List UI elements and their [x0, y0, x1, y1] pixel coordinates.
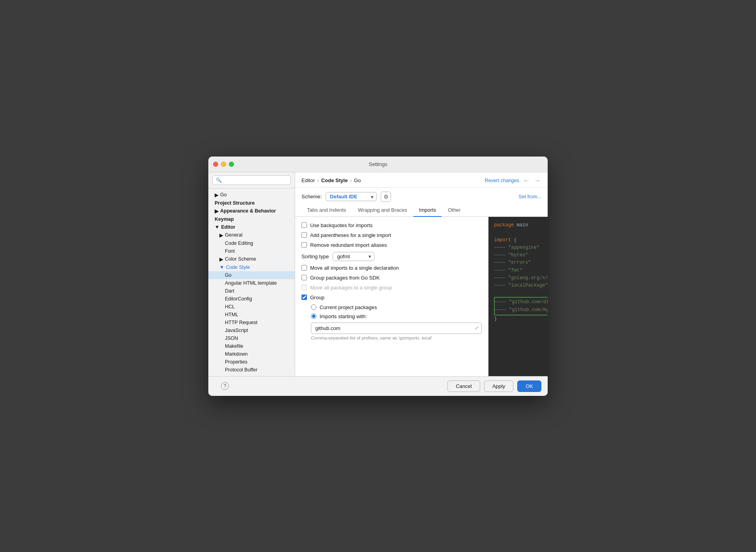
sidebar-item-http-request[interactable]: HTTP Request: [208, 319, 295, 326]
code-line-blank1: [494, 229, 542, 237]
hint-text: Comma-separated list of prefixes, same a…: [301, 336, 482, 340]
sidebar-item-html[interactable]: HTML: [208, 311, 295, 319]
apply-button[interactable]: Apply: [484, 380, 514, 392]
sidebar-item-code-editing[interactable]: Code Editing: [208, 239, 295, 247]
scheme-select[interactable]: Default IDE: [326, 192, 377, 201]
sidebar-tree: ▶ Go Project Structure ▶ Appearance & Be…: [208, 188, 295, 376]
move-all-imports-row: Move all imports to a single declaration: [301, 265, 482, 271]
set-from-link[interactable]: Set from...: [518, 194, 541, 200]
maximize-button[interactable]: [229, 162, 234, 167]
search-input[interactable]: [212, 175, 291, 185]
tab-imports[interactable]: Imports: [414, 204, 442, 217]
move-all-packages-checkbox[interactable]: [301, 285, 307, 290]
sidebar-item-code-style[interactable]: ▼ Code Style: [208, 263, 295, 271]
group-checkbox[interactable]: [301, 295, 307, 300]
move-all-packages-row: Move all packages to a single group: [301, 285, 482, 291]
prefix-input[interactable]: [311, 323, 482, 334]
breadcrumb-code-style: Code Style: [321, 177, 348, 183]
code-line-import: import (: [494, 237, 542, 244]
sidebar-item-go-lang[interactable]: Go: [208, 271, 295, 279]
go-arrow-icon: ▶: [215, 192, 219, 198]
code-indent-2: ────: [494, 252, 505, 259]
cs-arrow-icon: ▶: [219, 256, 223, 262]
scheme-label: Scheme:: [301, 194, 322, 200]
search-bar: [208, 172, 295, 188]
sidebar-item-javascript[interactable]: JavaScript: [208, 326, 295, 334]
breadcrumb-bar: Editor › Code Style › Go Revert changes …: [295, 172, 548, 188]
sidebar: ▶ Go Project Structure ▶ Appearance & Be…: [208, 172, 295, 376]
remove-redundant-row: Remove redundant import aliases: [301, 242, 482, 248]
sidebar-item-font[interactable]: Font: [208, 247, 295, 255]
traffic-lights: [213, 162, 234, 167]
breadcrumb: Editor › Code Style › Go: [301, 177, 361, 183]
sidebar-item-protocol-buffer[interactable]: Protocol Buffer: [208, 366, 295, 374]
sidebar-item-hcl[interactable]: HCL: [208, 303, 295, 311]
sidebar-item-editor[interactable]: ▼ Editor: [208, 223, 295, 231]
sidebar-item-markdown[interactable]: Markdown: [208, 350, 295, 358]
code-indent-6: ────: [494, 282, 505, 289]
nav-forward-button[interactable]: →: [533, 177, 541, 184]
group-packages-checkbox[interactable]: [301, 275, 307, 280]
code-string-localpackage: "localPackage": [505, 282, 548, 289]
prefix-input-wrapper: ⤢: [301, 323, 482, 334]
sidebar-item-go[interactable]: ▶ Go: [208, 191, 295, 199]
sidebar-item-project-structure[interactable]: Project Structure: [208, 199, 295, 207]
code-line-1: package main: [494, 222, 542, 229]
scheme-bar: Scheme: Default IDE ⚙ Set from...: [295, 188, 548, 204]
sidebar-item-angular-html[interactable]: Angular HTML template: [208, 279, 295, 287]
minimize-button[interactable]: [221, 162, 226, 167]
code-line-blank2: [494, 289, 542, 297]
breadcrumb-editor: Editor: [301, 177, 315, 183]
move-all-imports-label: Move all imports to a single declaration: [310, 265, 399, 271]
breadcrumb-sep2: ›: [350, 178, 352, 183]
bottom-buttons: Cancel Apply OK: [447, 380, 541, 392]
sidebar-item-json[interactable]: JSON: [208, 334, 295, 342]
move-all-imports-checkbox[interactable]: [301, 265, 307, 270]
sidebar-item-makefile[interactable]: Makefile: [208, 342, 295, 350]
sorting-type-row: Sorting type gofmt alphabetical: [301, 252, 482, 261]
sidebar-item-properties[interactable]: Properties: [208, 358, 295, 366]
sidebar-item-appearance-behavior[interactable]: ▶ Appearance & Behavior: [208, 207, 295, 215]
scheme-gear-button[interactable]: ⚙: [381, 192, 391, 202]
ok-button[interactable]: OK: [517, 380, 541, 392]
close-button[interactable]: [213, 162, 218, 167]
sorting-select[interactable]: gofmt alphabetical: [333, 252, 374, 261]
use-backquotes-checkbox[interactable]: [301, 222, 307, 228]
nav-back-button[interactable]: ←: [522, 177, 530, 184]
move-all-packages-label: Move all packages to a single group: [310, 285, 392, 291]
imports-starting-radio[interactable]: [311, 313, 316, 319]
code-string-errors: "errors": [505, 259, 531, 267]
code-string-gotype: "golang.org/x/tools/cmd/gotype": [505, 274, 548, 282]
sidebar-item-color-scheme[interactable]: ▶ Color Scheme: [208, 255, 295, 263]
add-parentheses-row: Add parentheses for a single import: [301, 232, 482, 238]
cancel-button[interactable]: Cancel: [447, 380, 480, 392]
current-project-radio-row: Current project packages: [301, 304, 482, 310]
sidebar-item-editorconfig[interactable]: EditorConfig: [208, 295, 295, 303]
group-packages-row: Group packages from Go SDK: [301, 275, 482, 281]
code-indent-1: ────: [494, 244, 505, 252]
tab-other[interactable]: Other: [442, 204, 466, 217]
settings-pane: Use backquotes for imports Add parenthes…: [295, 217, 488, 376]
code-line-bytes: ──── "bytes": [494, 252, 542, 259]
add-parentheses-checkbox[interactable]: [301, 232, 307, 238]
code-line-gotype: ──── "golang.org/x/tools/cmd/gotype": [494, 274, 542, 282]
split-content: Use backquotes for imports Add parenthes…: [295, 217, 548, 376]
sidebar-item-dart[interactable]: Dart: [208, 287, 295, 295]
tab-wrapping-braces[interactable]: Wrapping and Braces: [352, 204, 413, 217]
code-keyword-package: package: [494, 222, 514, 229]
editor-arrow-icon: ▼: [215, 224, 219, 230]
remove-redundant-checkbox[interactable]: [301, 242, 307, 248]
code-plain-paren-open: (: [511, 237, 516, 244]
sidebar-item-keymap[interactable]: Keymap: [208, 215, 295, 223]
settings-window: Settings ▶ Go Project Structure ▶: [208, 157, 548, 396]
breadcrumb-actions: Revert changes ← →: [485, 177, 541, 184]
expand-icon[interactable]: ⤢: [475, 325, 479, 331]
revert-changes-link[interactable]: Revert changes: [485, 178, 519, 183]
code-line-fmt: ──── "fmt": [494, 267, 542, 274]
help-button[interactable]: ?: [221, 382, 229, 390]
current-project-radio[interactable]: [311, 304, 316, 310]
sidebar-item-general[interactable]: ▶ General: [208, 231, 295, 239]
tab-tabs-indents[interactable]: Tabs and Indents: [301, 204, 352, 217]
title-bar: Settings: [208, 157, 548, 172]
code-string-bytes: "bytes": [505, 252, 528, 259]
